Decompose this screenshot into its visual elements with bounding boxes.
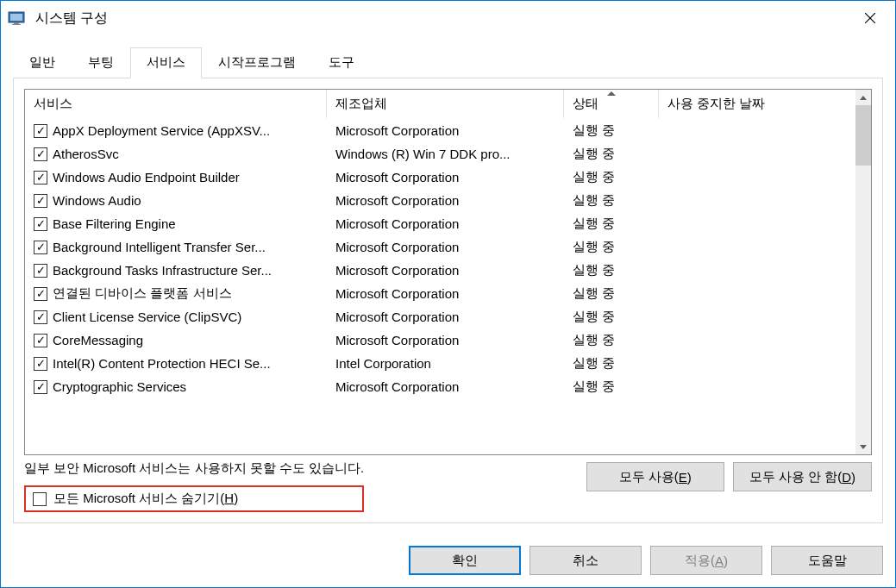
svg-rect-1 <box>10 14 22 21</box>
service-cell: Intel(R) Content Protection HECI Se... <box>25 354 327 372</box>
service-name: Intel(R) Content Protection HECI Se... <box>53 356 271 371</box>
service-checkbox[interactable] <box>34 241 47 254</box>
column-header-service[interactable]: 서비스 <box>25 90 327 118</box>
column-header-disabled-date[interactable]: 사용 중지한 날짜 <box>659 90 871 118</box>
cancel-button[interactable]: 취소 <box>529 546 642 575</box>
scrollbar-track[interactable] <box>855 105 871 439</box>
service-name: Base Filtering Engine <box>53 216 176 231</box>
manufacturer-cell: Microsoft Corporation <box>327 238 564 256</box>
table-row[interactable]: AtherosSvcWindows (R) Win 7 DDK pro...실행… <box>25 142 871 166</box>
service-cell: CoreMessaging <box>25 331 327 349</box>
manufacturer-cell: Microsoft Corporation <box>327 191 564 210</box>
security-note: 일부 보안 Microsoft 서비스는 사용하지 못할 수도 있습니다. <box>24 460 364 477</box>
table-row[interactable]: Cryptographic ServicesMicrosoft Corporat… <box>25 375 871 398</box>
service-checkbox[interactable] <box>34 264 47 278</box>
help-button[interactable]: 도움말 <box>771 546 883 575</box>
service-cell: AppX Deployment Service (AppXSV... <box>25 122 327 140</box>
table-row[interactable]: AppX Deployment Service (AppXSV...Micros… <box>25 119 871 142</box>
manufacturer-cell: Windows (R) Win 7 DDK pro... <box>327 145 564 163</box>
table-row[interactable]: Background Tasks Infrastructure Ser...Mi… <box>25 259 871 282</box>
disabled-date-cell <box>659 246 871 249</box>
status-cell: 실행 중 <box>564 214 659 234</box>
status-cell: 실행 중 <box>564 377 659 397</box>
table-row[interactable]: Background Intelligent Transfer Ser...Mi… <box>25 235 871 259</box>
service-name: Windows Audio Endpoint Builder <box>53 170 240 185</box>
status-cell: 실행 중 <box>564 191 659 210</box>
service-checkbox[interactable] <box>34 380 47 394</box>
service-checkbox[interactable] <box>34 310 47 324</box>
svg-rect-2 <box>14 22 19 24</box>
enable-disable-buttons: 모두 사용(E) 모두 사용 안 함(D) <box>586 462 872 491</box>
service-cell: Background Intelligent Transfer Ser... <box>25 238 327 256</box>
service-cell: 연결된 디바이스 플랫폼 서비스 <box>25 284 327 303</box>
service-name: Background Tasks Infrastructure Ser... <box>53 263 272 278</box>
tab-strip: 일반 부팅 서비스 시작프로그램 도구 <box>13 47 883 78</box>
app-icon <box>6 8 27 28</box>
table-row[interactable]: Base Filtering EngineMicrosoft Corporati… <box>25 212 871 235</box>
service-checkbox[interactable] <box>34 357 47 371</box>
ok-button[interactable]: 확인 <box>409 546 521 575</box>
dialog-button-row: 확인 취소 적용(A) 도움말 <box>1 535 895 587</box>
manufacturer-cell: Intel Corporation <box>327 354 564 372</box>
manufacturer-cell: Microsoft Corporation <box>327 168 564 186</box>
enable-all-button[interactable]: 모두 사용(E) <box>586 462 724 491</box>
scroll-down-button[interactable] <box>855 439 871 454</box>
manufacturer-cell: Microsoft Corporation <box>327 215 564 233</box>
tab-boot[interactable]: 부팅 <box>72 47 130 78</box>
tab-general[interactable]: 일반 <box>13 47 72 78</box>
service-cell: Windows Audio <box>25 191 327 210</box>
service-name: AppX Deployment Service (AppXSV... <box>53 123 270 138</box>
service-checkbox[interactable] <box>34 287 47 301</box>
manufacturer-cell: Microsoft Corporation <box>327 378 564 396</box>
service-name: Background Intelligent Transfer Ser... <box>53 240 266 254</box>
service-name: Cryptographic Services <box>53 379 186 394</box>
service-name: CoreMessaging <box>53 333 143 347</box>
tab-services[interactable]: 서비스 <box>130 47 202 78</box>
service-checkbox[interactable] <box>34 147 47 161</box>
scrollbar-thumb[interactable] <box>855 105 871 166</box>
svg-marker-6 <box>860 96 867 100</box>
apply-button[interactable]: 적용(A) <box>650 546 762 575</box>
table-row[interactable]: Intel(R) Content Protection HECI Se...In… <box>25 352 871 375</box>
column-header-status[interactable]: 상태 <box>564 90 659 118</box>
services-listview[interactable]: 서비스 제조업체 상태 사용 중지한 날짜 AppX Deployment Se… <box>24 89 872 455</box>
service-cell: Client License Service (ClipSVC) <box>25 308 327 326</box>
service-checkbox[interactable] <box>34 217 47 231</box>
service-checkbox[interactable] <box>34 171 47 185</box>
service-checkbox[interactable] <box>34 334 47 347</box>
tab-content: 서비스 제조업체 상태 사용 중지한 날짜 AppX Deployment Se… <box>13 78 883 523</box>
disabled-date-cell <box>659 129 871 133</box>
table-row[interactable]: Windows AudioMicrosoft Corporation실행 중 <box>25 189 871 212</box>
dialog-body: 일반 부팅 서비스 시작프로그램 도구 서비스 제조업체 상태 사용 중지한 날… <box>1 35 895 535</box>
service-name: AtherosSvc <box>53 147 119 161</box>
service-checkbox[interactable] <box>34 124 47 138</box>
disable-all-button[interactable]: 모두 사용 안 함(D) <box>733 462 872 491</box>
tab-startup[interactable]: 시작프로그램 <box>202 47 312 78</box>
service-cell: Base Filtering Engine <box>25 215 327 233</box>
tab-tools[interactable]: 도구 <box>312 47 371 78</box>
vertical-scrollbar[interactable] <box>855 90 871 454</box>
column-header-manufacturer[interactable]: 제조업체 <box>327 90 564 118</box>
status-cell: 실행 중 <box>564 121 659 141</box>
disabled-date-cell <box>659 316 871 319</box>
scroll-up-button[interactable] <box>855 90 871 105</box>
table-row[interactable]: Windows Audio Endpoint BuilderMicrosoft … <box>25 166 871 189</box>
service-cell: Background Tasks Infrastructure Ser... <box>25 261 327 279</box>
disabled-date-cell <box>659 339 871 342</box>
table-row[interactable]: 연결된 디바이스 플랫폼 서비스Microsoft Corporation실행 … <box>25 282 871 305</box>
manufacturer-cell: Microsoft Corporation <box>327 308 564 326</box>
service-checkbox[interactable] <box>34 194 47 208</box>
status-cell: 실행 중 <box>564 284 659 303</box>
note-area: 일부 보안 Microsoft 서비스는 사용하지 못할 수도 있습니다. 모든… <box>24 460 364 512</box>
close-button[interactable] <box>850 4 890 32</box>
table-row[interactable]: CoreMessagingMicrosoft Corporation실행 중 <box>25 328 871 352</box>
service-cell: AtherosSvc <box>25 145 327 163</box>
status-cell: 실행 중 <box>564 353 659 373</box>
disabled-date-cell <box>659 269 871 272</box>
status-cell: 실행 중 <box>564 144 659 164</box>
status-cell: 실행 중 <box>564 260 659 280</box>
hide-ms-services-row[interactable]: 모든 Microsoft 서비스 숨기기(H) <box>24 485 364 512</box>
hide-ms-checkbox[interactable] <box>33 492 47 506</box>
disabled-date-cell <box>659 199 871 203</box>
table-row[interactable]: Client License Service (ClipSVC)Microsof… <box>25 305 871 328</box>
